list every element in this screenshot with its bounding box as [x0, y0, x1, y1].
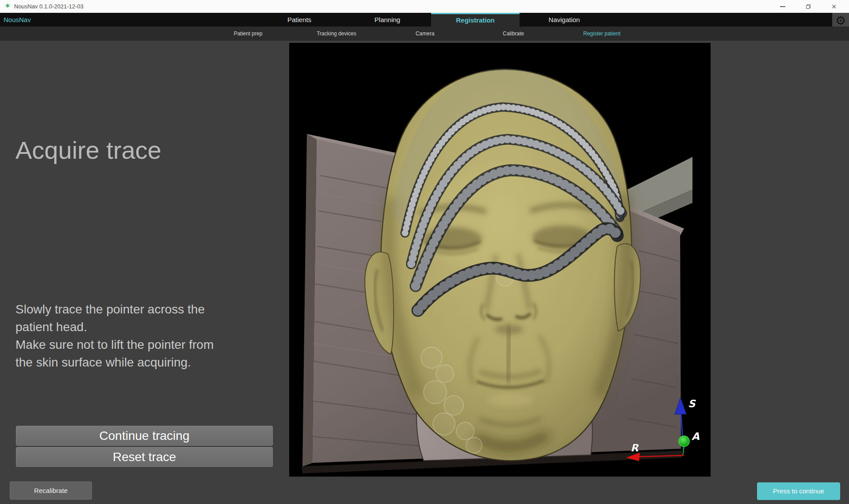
instruction-line: Slowly trace the pointer across the — [15, 301, 214, 318]
reset-trace-button[interactable]: Reset trace — [16, 447, 273, 467]
instruction-line: the skin surface while acquiring. — [15, 354, 214, 371]
axis-a-sphere — [679, 436, 689, 447]
content-area: Acquire trace Slowly trace the pointer a… — [0, 41, 849, 504]
restore-button[interactable] — [798, 0, 818, 13]
tab-navigation[interactable]: Navigation — [520, 13, 608, 27]
tab-registration[interactable]: Registration — [431, 13, 520, 27]
step-calibrate[interactable]: Calibrate — [469, 27, 558, 41]
window-titlebar: ✶ NousNav 0.1.0-2021-12-03 × — [0, 0, 849, 13]
app-logo-icon: ✶ — [4, 2, 11, 11]
window-title: NousNav 0.1.0-2021-12-03 — [14, 0, 84, 13]
step-patient-prep[interactable]: Patient prep — [204, 27, 292, 41]
viewport-3d[interactable]: S A R — [289, 43, 711, 477]
axis-r-label: R — [631, 442, 639, 454]
press-to-continue-button[interactable]: Press to continue — [757, 482, 840, 500]
gear-icon: ⚙ — [835, 15, 846, 27]
axis-a-label: A — [692, 431, 700, 442]
brand-label: NousNav — [4, 13, 31, 27]
tab-patients[interactable]: Patients — [255, 13, 344, 27]
step-camera[interactable]: Camera — [381, 27, 469, 41]
instruction-line: Make sure not to lift the pointer from — [15, 336, 214, 354]
minimize-icon — [780, 6, 785, 7]
instruction-line: patient head. — [15, 318, 214, 336]
scene-3d: S A R — [289, 43, 711, 477]
close-icon: × — [832, 3, 837, 11]
step-register-patient[interactable]: Register patient — [558, 27, 646, 41]
close-button[interactable]: × — [824, 0, 844, 13]
minimize-button[interactable] — [773, 0, 793, 13]
restore-icon — [806, 4, 811, 9]
page-title: Acquire trace — [15, 136, 161, 164]
app-window: ✶ NousNav 0.1.0-2021-12-03 × NousNav Pat… — [0, 0, 849, 504]
instruction-text: Slowly trace the pointer across the pati… — [15, 301, 214, 371]
recalibrate-button[interactable]: Recalibrate — [10, 481, 92, 500]
tab-planning[interactable]: Planning — [343, 13, 432, 27]
step-tracking-devices[interactable]: Tracking devices — [292, 27, 381, 41]
axis-s-label: S — [688, 398, 696, 409]
continue-tracing-button[interactable]: Continue tracing — [16, 426, 273, 446]
